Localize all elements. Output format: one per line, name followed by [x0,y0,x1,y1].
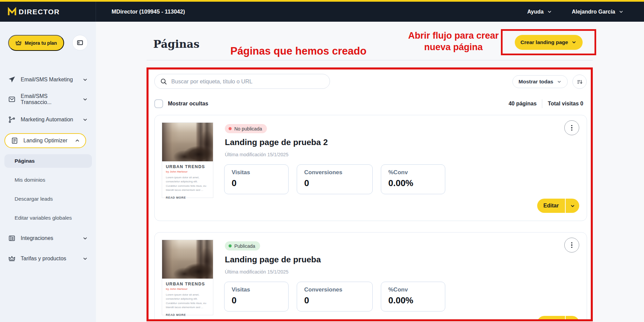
search-input[interactable] [171,78,324,85]
last-modified: Última modificación 15/1/2025 [225,152,289,157]
sidebar-item-integraciones[interactable]: Integraciones [8,231,88,246]
edit-button[interactable]: Editar [537,199,565,213]
stat-label: Conversiones [304,169,372,176]
user-menu[interactable]: Alejandro García [572,9,624,15]
topbar: DIRECTOR MDirector (109945 - 113042) Ayu… [0,2,644,22]
mdirector-landing-pages-screen: { "topbar": { "brand_name": "DIRECTOR", … [0,0,644,322]
stat-value: 0.00% [388,178,445,188]
edit-split-button: Editar [537,199,579,213]
chevron-up-icon [75,138,80,143]
help-menu[interactable]: Ayuda [527,9,552,15]
landing-page-title[interactable]: Landing page de prueba [225,255,321,264]
stats-row: Visitas 0 Conversiones 0 %Conv 0.00% [224,282,445,311]
document-icon [11,137,18,144]
chevron-down-icon [82,97,88,102]
thumbnail-body: URBAN TRENDS by John Harbour Lorem ipsum… [162,279,213,317]
last-modified: Última modificación 15/1/2025 [225,269,289,275]
show-hidden-checkbox[interactable] [154,99,163,108]
sidebar-item-tarifas-y-productos[interactable]: Tarifas y productos [8,251,88,266]
landing-page-title[interactable]: Landing page de prueba 2 [225,138,328,147]
show-hidden-label: Mostrar ocultas [168,101,208,107]
search-box [154,74,330,89]
chevron-down-icon [82,236,88,241]
edit-split-button: Editar [537,316,579,321]
user-name: Alejandro García [572,9,615,15]
stat-label: Conversiones [304,286,372,293]
thumbnail-body: URBAN TRENDS by John Harbour Lorem ipsum… [162,161,213,199]
help-label: Ayuda [527,9,544,15]
stat-conv-rate: %Conv 0.00% [381,282,445,311]
sidebar-collapse-button[interactable] [72,35,88,51]
thumbnail-photo [162,240,213,279]
sidebar-subitem-editar-variables-globales[interactable]: Editar variables globales [15,211,82,225]
sidebar-item-marketing-automation[interactable]: Marketing Automation [8,112,88,127]
stat-conversiones: Conversiones 0 [297,164,373,194]
thumbnail-photo [162,123,213,161]
create-landing-page-button[interactable]: Crear landing page [515,35,583,50]
sidebar-subitem-label: Mis dominios [15,177,45,183]
status-badge: No publicada [225,124,267,133]
thumbnail-heading: URBAN TRENDS [166,164,209,169]
stats-row: Visitas 0 Conversiones 0 %Conv 0.00% [224,164,445,194]
topbar-right: Ayuda Alejandro García [527,9,644,15]
chevron-down-icon [571,40,577,45]
stat-label: %Conv [388,169,445,176]
brand-wordmark: DIRECTOR [19,8,60,16]
sidebar-item-label: Email/SMS Marketing [21,77,73,83]
edit-button[interactable]: Editar [537,316,565,321]
upgrade-plan-button[interactable]: Mejora tu plan [8,35,64,51]
stat-value: 0.00% [388,295,445,306]
chevron-down-icon [82,256,88,261]
stat-visitas: Visitas 0 [224,282,289,311]
filter-dropdown[interactable]: Mostrar todas [512,75,568,88]
crown-icon [15,40,22,46]
thumbnail-readmore: READ MORE [166,313,209,317]
stat-visitas: Visitas 0 [224,164,289,194]
annotation-box-create-button: Crear landing page [501,29,596,55]
stat-value: 0 [232,178,288,188]
stat-conv-rate: %Conv 0.00% [381,164,445,194]
sidebar-subitem-label: Páginas [15,158,35,164]
status-badge: Publicada [225,241,260,250]
stat-label: %Conv [388,286,445,293]
sidebar-item-landing-optimizer[interactable]: Landing Optimizer [4,133,86,148]
thumbnail-byline: by John Harbour [166,287,209,290]
sidebar-item-email-sms-transaccional[interactable]: Email/SMS Transaccio... [8,92,88,107]
crown-icon [8,255,16,262]
sort-button[interactable] [572,75,587,89]
sidebar-item-email-sms-marketing[interactable]: Email/SMS Marketing [8,72,88,87]
sidebar-subitem-mis-dominios[interactable]: Mis dominios [15,173,82,187]
stat-value: 0 [304,178,372,188]
counters: 40 páginas Total visitas 0 [509,99,585,108]
status-label: Publicada [234,243,255,249]
chevron-down-icon [619,9,624,14]
create-landing-page-label: Crear landing page [521,39,568,45]
thumbnail-heading: URBAN TRENDS [166,282,209,286]
annotation-open-flow: Abrir flujo para crear nueva página [401,30,506,53]
collapse-panel-icon [76,39,84,46]
sidebar-subitem-paginas[interactable]: Páginas [4,154,92,168]
stat-value: 0 [304,295,372,306]
account-title: MDirector (109945 - 113042) [112,8,185,15]
brand-logo[interactable]: DIRECTOR [0,2,96,22]
automation-branch-icon [8,116,16,123]
stat-label: Visitas [232,286,288,293]
stat-value: 0 [232,295,288,306]
brand-accent-strip [0,0,644,2]
status-dot-icon [229,244,232,247]
card-menu-button[interactable] [564,120,579,135]
envelope-icon [8,96,16,103]
thumbnail-byline: by John Harbour [166,170,209,173]
landing-page-card: URBAN TRENDS by John Harbour Lorem ipsum… [154,115,587,221]
thumbnail-excerpt: Lorem ipsum dolor sit amet, consectetur … [166,293,209,310]
filter-label: Mostrar todas [519,79,553,85]
chevron-down-icon [547,9,552,14]
sidebar-item-label: Marketing Automation [21,117,73,123]
edit-dropdown-button[interactable] [566,199,579,213]
card-menu-button[interactable] [564,238,579,253]
thumbnail-excerpt: Lorem ipsum dolor sit amet, consectetur … [166,176,209,193]
sidebar: Mejora tu plan Email/SMS Marketing Email… [0,22,96,322]
edit-dropdown-button[interactable] [566,316,579,321]
sidebar-subitem-descargar-leads[interactable]: Descargar leads [15,192,82,206]
pages-list-panel-inner: Mostrar todas Mostrar ocultas 40 páginas… [149,69,591,319]
